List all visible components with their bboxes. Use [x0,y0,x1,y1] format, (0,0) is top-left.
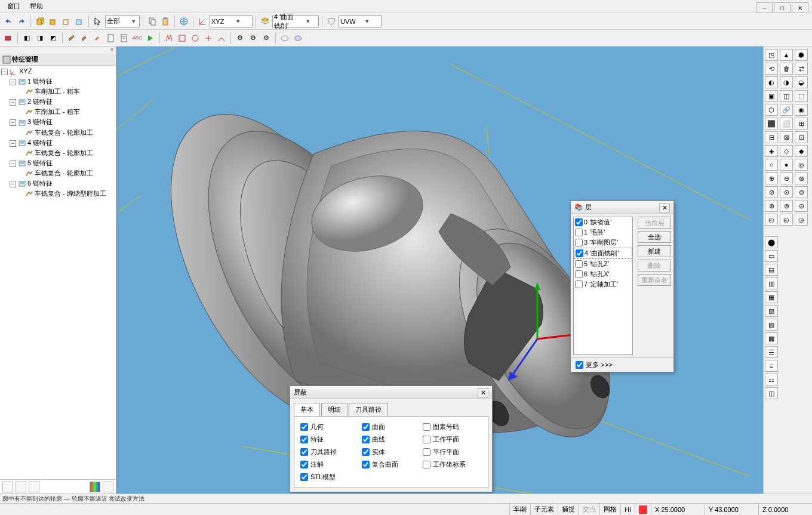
chk-surface[interactable]: 曲面 [362,423,421,431]
tree-expander[interactable]: − [10,79,16,85]
tool-undo[interactable] [2,16,14,27]
combo-coord-sys[interactable]: XYZ▾ [210,16,253,27]
tool-uvw-icon[interactable] [325,16,337,27]
status-mode1[interactable]: 车削 [509,504,530,515]
status-mode2[interactable]: 子元素 [530,504,558,515]
combo-layer[interactable]: 4 '曲面铣削'▾ [272,16,319,27]
right-col-tool-4[interactable]: ▦ [765,291,778,303]
t2-4[interactable]: ◩ [47,32,59,44]
t2-abc[interactable]: ABC [131,32,143,44]
right-tool-20[interactable]: ⊡ [795,131,808,143]
right-tool-3[interactable]: ⟲ [765,63,778,75]
t2-hammer2[interactable] [79,32,91,44]
layer-checkbox[interactable] [575,260,583,268]
right-tool-10[interactable]: ◫ [780,90,793,102]
right-tool-32[interactable]: ⊚ [795,186,808,198]
right-tool-16[interactable]: ⬜ [780,118,793,129]
layer-checkbox[interactable] [575,218,583,226]
panel-close-icon[interactable]: × [0,47,116,54]
chk-wcs[interactable]: 工作坐标系 [423,460,482,469]
layer-list[interactable]: 0 '缺省值'1 '毛胚'3 '车削图层'4 '曲面铣削'5 '钻孔Z'6 '钻… [573,217,633,355]
t2-g3[interactable]: ⚙ [260,32,272,44]
right-col-tool-3[interactable]: ▥ [765,277,778,289]
tree-leaf-label[interactable]: 车铣复合 - 缠绕型腔加工 [35,190,106,197]
status-snap[interactable]: 捕捉 [558,504,579,515]
menu-window[interactable]: 窗口 [2,1,25,12]
chk-solid[interactable]: 实体 [362,448,421,457]
layer-btn-rename[interactable]: 重新命名 [638,274,671,286]
tree-node-label[interactable]: 5 链特征 [27,159,53,166]
lb-3[interactable] [29,482,39,492]
layer-item[interactable]: 0 '缺省值' [574,217,632,227]
layer-btn-new[interactable]: 新建 [638,245,671,257]
chk-workplane[interactable]: 工作平面 [423,435,482,444]
chk-comp-surface[interactable]: 复合曲面 [362,460,421,469]
tree-node-label[interactable]: 1 链特征 [27,78,53,85]
tool-copy[interactable] [146,16,158,27]
tree-expander[interactable]: − [10,140,16,147]
right-col-tool-10[interactable]: ⚏ [765,374,778,386]
t2-g1[interactable]: ⚙ [234,32,246,44]
right-tool-0[interactable]: ◳ [765,49,778,61]
layer-item[interactable]: 7 '定轴加工' [574,279,632,289]
tool-globe[interactable] [178,16,190,27]
t2-doc2[interactable] [118,32,130,44]
window-minimize[interactable]: ─ [756,2,773,13]
status-hi[interactable]: HI [620,504,635,515]
chk-toolpath[interactable]: 刀具路径 [300,448,359,457]
tree-leaf-label[interactable]: 车铣复合 - 轮廓加工 [35,129,93,136]
right-tool-11[interactable]: ⬚ [795,90,808,102]
t2-play[interactable] [144,32,156,44]
t2-hammer3[interactable] [92,32,104,44]
tree-leaf-label[interactable]: 车削加工 - 粗车 [35,108,80,115]
right-tool-7[interactable]: ◑ [780,76,793,88]
chk-annotation[interactable]: 注解 [300,460,359,469]
feature-tree[interactable]: −XYZ −1 链特征车削加工 - 粗车−2 链特征车削加工 - 粗车−3 链特… [0,66,116,479]
t2-m5[interactable] [216,32,227,44]
layer-checkbox[interactable] [575,280,583,288]
t2-m1[interactable] [163,32,175,44]
right-tool-24[interactable]: ○ [765,159,778,171]
t2-2[interactable]: ◧ [21,32,33,44]
viewport-3d[interactable]: 📚 层 ✕ 0 '缺省值'1 '毛胚'3 '车削图层'4 '曲面铣削'5 '钻孔… [116,47,763,494]
tree-node-label[interactable]: 3 链特征 [27,118,53,125]
tree-node-label[interactable]: 2 链特征 [27,98,53,105]
chk-stl[interactable]: STL模型 [300,473,359,482]
layer-item[interactable]: 5 '钻孔Z' [574,259,632,269]
right-tool-34[interactable]: ⊜ [780,200,793,212]
chk-element-id[interactable]: 图素号码 [423,423,482,431]
lb-1[interactable] [2,482,13,492]
right-tool-36[interactable]: ◴ [765,214,778,226]
right-tool-21[interactable]: ◈ [765,145,778,157]
lb-2[interactable] [16,482,26,492]
t2-1[interactable] [2,32,14,44]
status-intersect[interactable]: 交点 [579,504,599,515]
tool-axis-icon[interactable] [196,16,208,27]
tool-cube2[interactable] [47,16,59,27]
right-tool-38[interactable]: ◶ [795,214,808,226]
mask-dialog-close[interactable]: ✕ [478,388,488,397]
layer-btn-delete[interactable]: 删除 [638,260,671,272]
right-tool-28[interactable]: ⊖ [780,172,793,184]
tree-leaf-label[interactable]: 车铣复合 - 轮廓加工 [35,149,93,156]
right-tool-14[interactable]: ◉ [795,104,808,116]
right-col-tool-6[interactable]: ▨ [765,319,778,331]
right-tool-9[interactable]: ▣ [765,90,778,102]
right-tool-8[interactable]: ◒ [795,76,808,88]
tree-node-label[interactable]: 4 链特征 [27,139,53,146]
mask-tab-basic[interactable]: 基本 [294,403,320,416]
t2-hammer1[interactable] [66,32,78,44]
right-tool-17[interactable]: ⊞ [795,118,808,129]
tree-expander[interactable]: − [10,119,16,126]
tool-cube4[interactable] [73,16,85,27]
right-tool-31[interactable]: ⊙ [780,186,793,198]
layer-item[interactable]: 3 '车削图层' [574,238,632,248]
right-tool-27[interactable]: ⊕ [765,172,778,184]
layer-item[interactable]: 4 '曲面铣削' [574,248,632,259]
window-maximize[interactable]: □ [774,2,791,13]
right-tool-12[interactable]: ⬡ [765,104,778,116]
combo-uvw[interactable]: UVW▾ [339,16,382,27]
right-tool-37[interactable]: ◵ [780,214,793,226]
right-col-tool-11[interactable]: ◫ [765,387,778,399]
right-col-tool-9[interactable]: ≡ [765,360,778,372]
